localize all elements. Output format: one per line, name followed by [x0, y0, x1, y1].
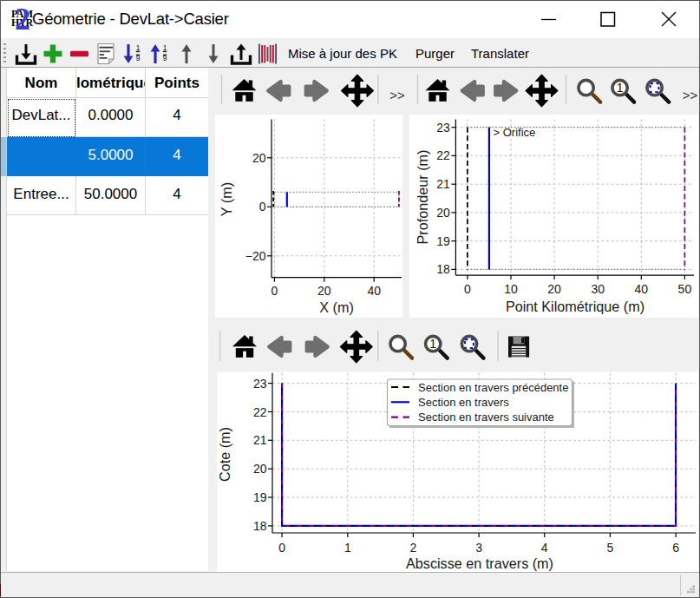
svg-text:Section en travers précédente: Section en travers précédente	[418, 381, 568, 394]
svg-text:19: 19	[436, 234, 450, 248]
svg-text:0: 0	[464, 282, 471, 296]
svg-text:>>: >>	[683, 88, 698, 102]
svg-text:23: 23	[436, 121, 450, 135]
svg-text:Section en travers suivante: Section en travers suivante	[418, 411, 554, 424]
svg-text:30: 30	[591, 282, 605, 296]
svg-text:23: 23	[253, 377, 267, 391]
svg-text:Abscisse en travers (m): Abscisse en travers (m)	[406, 555, 553, 571]
svg-text:20: 20	[547, 282, 561, 296]
svg-text:>>: >>	[389, 88, 405, 102]
svg-text:6: 6	[672, 541, 679, 555]
svg-text:10: 10	[504, 282, 518, 296]
svg-text:3: 3	[475, 541, 482, 555]
svg-text:4: 4	[541, 541, 548, 555]
svg-text:20: 20	[253, 462, 267, 476]
svg-text:40: 40	[367, 284, 381, 298]
svg-text:Cote (m): Cote (m)	[217, 427, 232, 482]
svg-text:20: 20	[317, 284, 331, 298]
svg-text:0: 0	[278, 541, 285, 555]
svg-text:1: 1	[429, 337, 436, 351]
svg-text:40: 40	[635, 282, 649, 296]
svg-text:0: 0	[271, 284, 278, 298]
svg-text:0: 0	[259, 200, 266, 214]
svg-text:X (m): X (m)	[319, 299, 354, 315]
svg-text:1: 1	[617, 81, 624, 95]
svg-text:21: 21	[436, 177, 450, 191]
svg-text:22: 22	[253, 405, 267, 419]
svg-text:5: 5	[607, 541, 614, 555]
svg-text:Y (m): Y (m)	[219, 182, 234, 216]
svg-text:2: 2	[410, 541, 417, 555]
svg-text:18: 18	[436, 262, 450, 276]
svg-text:> Orifice: > Orifice	[494, 126, 536, 139]
svg-text:18: 18	[253, 519, 267, 533]
svg-text:Profondeur (m): Profondeur (m)	[415, 150, 430, 245]
svg-text:20: 20	[252, 151, 266, 165]
svg-text:20: 20	[436, 206, 450, 220]
svg-text:−20: −20	[245, 249, 266, 263]
svg-text:50: 50	[678, 282, 692, 296]
svg-text:22: 22	[436, 148, 450, 162]
svg-text:Point Kilométrique (m): Point Kilométrique (m)	[506, 299, 644, 314]
svg-text:19: 19	[253, 490, 267, 504]
svg-text:21: 21	[253, 433, 267, 447]
svg-text:1: 1	[344, 541, 351, 555]
svg-text:1: 1	[163, 43, 167, 52]
svg-text:Section en travers: Section en travers	[418, 396, 509, 409]
svg-text:1: 1	[136, 43, 141, 52]
